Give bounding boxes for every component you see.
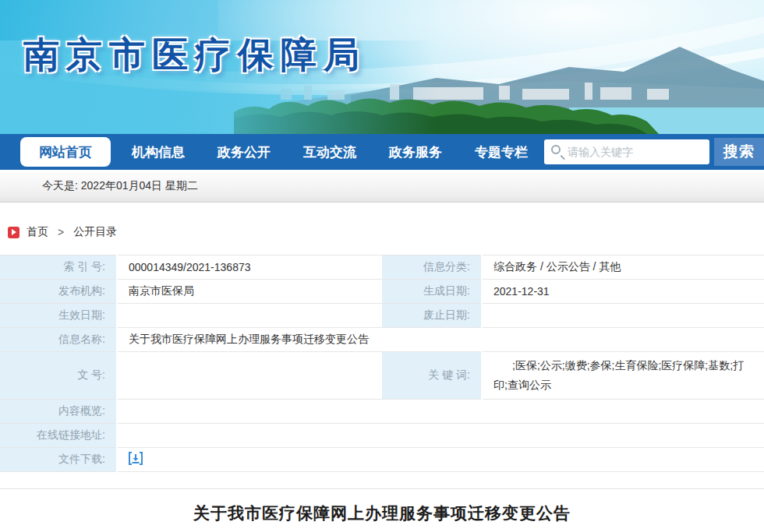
- online-link-label: 在线链接地址:: [0, 424, 117, 448]
- content-overview-value: [117, 400, 764, 424]
- document-meta-table: 索 引 号: 000014349/2021-136873 信息分类: 综合政务 …: [0, 255, 764, 472]
- site-title: 南京市医疗保障局: [23, 31, 366, 79]
- index-number-label: 索 引 号:: [0, 255, 117, 280]
- info-category-value: 综合政务 / 公示公告 / 其他: [482, 255, 764, 280]
- info-category-label: 信息分类:: [382, 255, 482, 280]
- keywords-value: ;医保;公示;缴费;参保;生育保险;医疗保障;基数;打印;查询公示: [482, 352, 764, 400]
- table-row: 文件下载:: [0, 448, 764, 472]
- document-number-value: [117, 352, 382, 400]
- search-input[interactable]: [568, 139, 705, 164]
- breadcrumb-separator: >: [58, 226, 64, 238]
- created-date-value: 2021-12-31: [482, 280, 764, 304]
- download-icon[interactable]: [129, 452, 143, 467]
- table-row: 索 引 号: 000014349/2021-136873 信息分类: 综合政务 …: [0, 255, 764, 280]
- nav-item-gov-services[interactable]: 政务服务: [373, 134, 458, 170]
- keywords-label: 关 键 词:: [382, 352, 482, 400]
- table-row: 文 号: 关 键 词: ;医保;公示;缴费;参保;生育保险;医疗保障;基数;打印…: [0, 352, 764, 400]
- effective-date-value: [117, 304, 382, 328]
- nav-item-home[interactable]: 网站首页: [20, 137, 111, 167]
- nav-item-gov-disclosure[interactable]: 政务公开: [201, 134, 287, 170]
- breadcrumb: 首页 > 公开目录: [8, 225, 764, 239]
- breadcrumb-marker-icon: [8, 227, 19, 238]
- table-row: 发布机构: 南京市医保局 生成日期: 2021-12-31: [0, 280, 764, 304]
- effective-date-label: 生效日期:: [0, 304, 117, 328]
- breadcrumb-home-link[interactable]: 首页: [27, 225, 48, 239]
- abolish-date-value: [482, 304, 764, 328]
- created-date-label: 生成日期:: [382, 280, 482, 304]
- table-row: 生效日期: 废止日期:: [0, 304, 764, 328]
- file-download-cell: [117, 448, 764, 472]
- publisher-value: 南京市医保局: [117, 280, 382, 304]
- search-icon: [551, 145, 561, 154]
- file-download-label: 文件下载:: [0, 448, 117, 472]
- divider: [0, 488, 764, 489]
- breadcrumb-current-link[interactable]: 公开目录: [73, 225, 117, 239]
- info-name-value: 关于我市医疗保障网上办理服务事项迁移变更公告: [117, 328, 764, 352]
- search-box: 搜索: [544, 134, 764, 170]
- nav-item-interaction[interactable]: 互动交流: [287, 134, 373, 170]
- article-title: 关于我市医疗保障网上办理服务事项迁移变更公告: [0, 502, 764, 524]
- abolish-date-label: 废止日期:: [382, 304, 482, 328]
- online-link-value: [117, 424, 764, 448]
- date-bar: 今天是: 2022年01月04日 星期二: [0, 170, 764, 203]
- publisher-label: 发布机构:: [0, 280, 117, 304]
- info-name-label: 信息名称:: [0, 328, 117, 352]
- current-date-text: 今天是: 2022年01月04日 星期二: [42, 179, 198, 193]
- search-field: [544, 139, 709, 164]
- document-number-label: 文 号:: [0, 352, 117, 400]
- index-number-value: 000014349/2021-136873: [117, 255, 382, 280]
- nav-item-special-columns[interactable]: 专题专栏: [458, 134, 544, 170]
- site-banner: 南京市医疗保障局: [0, 0, 764, 134]
- search-button[interactable]: 搜索: [714, 138, 764, 166]
- main-nav: 网站首页 机构信息 政务公开 互动交流 政务服务 专题专栏 搜索: [0, 134, 764, 170]
- table-row: 在线链接地址:: [0, 424, 764, 448]
- table-row: 内容概览:: [0, 400, 764, 424]
- nav-item-organization[interactable]: 机构信息: [115, 134, 201, 170]
- content-overview-label: 内容概览:: [0, 400, 117, 424]
- table-row: 信息名称: 关于我市医疗保障网上办理服务事项迁移变更公告: [0, 328, 764, 352]
- page: 南京市医疗保障局 网站首页 机构信息 政务公开 互动交流 政务服务 专题专栏 搜…: [0, 0, 764, 524]
